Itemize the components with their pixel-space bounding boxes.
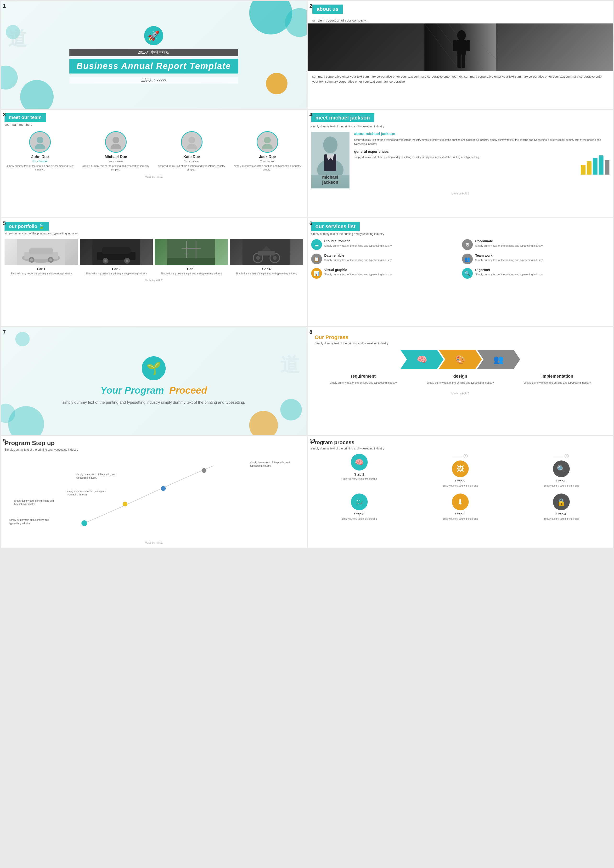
slide2-tag: about us — [312, 5, 343, 14]
slide10-title: Program process — [311, 439, 610, 446]
svg-point-16 — [188, 137, 195, 143]
slide-3: 3 meet our team your team members John D… — [1, 110, 307, 217]
process-step-3: 🔍 Step 3 Simply dummy text of the printi… — [513, 454, 609, 488]
process-step-2: 🖼 Step 2 Simply dummy text of the printi… — [412, 454, 509, 488]
service-info-6: Rigorous Simply dummy text of the printi… — [475, 268, 543, 276]
svg-point-52 — [273, 256, 277, 260]
slide-number-3: 3 — [3, 112, 6, 118]
svg-point-21 — [323, 137, 338, 153]
portfolio-item-name-1: Car 1 — [5, 267, 78, 271]
svg-rect-29 — [29, 248, 53, 254]
service-item-6: 🔍 Rigorous Simply dummy text of the prin… — [462, 268, 609, 279]
slide2-intro: simple introduction of your company... — [308, 17, 613, 23]
service-info-5: Visual graphic Simply dummy text of the … — [324, 268, 392, 276]
slide-number-1: 1 — [3, 3, 6, 9]
deco-circle — [1, 65, 18, 90]
process-step-name-2: Step 2 — [412, 479, 509, 483]
slide3-tag: meet our team — [5, 113, 46, 122]
step4-icon: 🔒 — [553, 494, 570, 510]
process-step-name-3: Step 3 — [513, 479, 609, 483]
slide-number-7: 7 — [3, 329, 6, 335]
chart-bar-3 — [593, 158, 597, 175]
chart-bar-2 — [587, 161, 591, 175]
service-item-1: ☁ Cloud automatic Simply dummy text of t… — [311, 239, 459, 250]
slide5-subtitle: simply dummy text of the printing and ty… — [5, 232, 303, 235]
step-text-3: simply dummy text of the printing and ty… — [76, 473, 119, 480]
portfolio-item-1: Car 1 Simply dummy text of the printing … — [5, 239, 78, 275]
svg-point-6 — [457, 30, 466, 41]
progress-label-desc-3: simply dummy text of the printing and ty… — [509, 381, 606, 385]
step-text-1: simply dummy text of the printing and ty… — [9, 519, 53, 525]
member-name-2: Michael Doe — [81, 155, 152, 159]
service-desc-2: Simply dummy text of the printing and ty… — [475, 244, 543, 248]
slide1-presenter: 主讲人：xxxxx — [70, 77, 238, 84]
step-connector-1 — [412, 454, 509, 458]
svg-point-19 — [262, 144, 273, 149]
deco-circle — [6, 25, 20, 39]
slide5-made-by: Made by H.R.Z — [5, 279, 303, 282]
avatar-svg — [109, 135, 123, 149]
slide3-made-by: Made by H.R.Z — [5, 175, 303, 178]
member-desc-1: simply dummy text of the printing and ty… — [5, 164, 76, 172]
slide-5: 5 our portfolio 🍃 simply dummy text of t… — [1, 218, 307, 326]
search-icon: 🔍 — [462, 268, 473, 279]
arrow-3: 👥 — [477, 350, 520, 369]
service-info-3: Date reliable Simply dummy text of the p… — [324, 253, 392, 262]
svg-point-39 — [104, 259, 107, 262]
slide9-subtitle: Simply dummy text of the printing and ty… — [5, 448, 303, 451]
slide9-title: Program Step up — [5, 439, 303, 447]
svg-point-40 — [126, 259, 128, 262]
slides-grid: 1 道 道 🚀 201X年度报告模板 Business Annual Repor… — [0, 0, 614, 548]
slide4-tag: meet michael jackson — [311, 113, 374, 123]
deco-circle — [249, 411, 278, 435]
step-text-5: simply dummy text of the printing and ty… — [67, 490, 110, 496]
portfolio-img-4 — [230, 239, 303, 265]
team-members: John Doe Co - Funder simply dummy text o… — [5, 131, 303, 172]
svg-point-55 — [81, 520, 87, 526]
slide2-image-bg — [308, 23, 613, 71]
process-grid-1: 🧠 Step 1 Simply dummy text of the printi… — [311, 454, 610, 488]
rocket-icon: 🚀 — [144, 26, 163, 45]
service-desc-6: Simply dummy text of the printing and ty… — [475, 273, 543, 276]
member-name-3: Kate Doe — [156, 155, 227, 159]
slide4-exp-title: general experiences — [354, 149, 610, 154]
service-title-1: Cloud automatic — [324, 239, 392, 243]
svg-point-51 — [256, 256, 260, 260]
member-avatar-2 — [105, 131, 127, 153]
portfolio-img-2 — [80, 239, 153, 265]
member-desc-3: simply dummy text of the printing and ty… — [156, 164, 227, 172]
chart-icon: 📊 — [311, 268, 322, 279]
member-desc-2: simply dummy text of the printing and ty… — [81, 164, 152, 172]
slide4-exp-text: simply dummy text of the printing and ty… — [354, 155, 578, 175]
process-row-2: 🗂 Step 6 Simply dummy text of the printi… — [311, 494, 610, 520]
svg-rect-36 — [102, 247, 130, 254]
connector-line — [554, 456, 563, 457]
car3-svg — [155, 239, 228, 265]
slide1-title: Business Annual Report Template — [70, 59, 238, 73]
service-title-5: Visual graphic — [324, 268, 392, 272]
process-step-name-5: Step 5 — [412, 512, 509, 516]
arrow-1: 🧠 — [400, 350, 443, 369]
slide-8: 8 Our Progress Simply dummy text of the … — [308, 327, 613, 435]
slide-6: 6 our services list simply dummy text of… — [308, 218, 613, 326]
step-node-5: simply dummy text of the printing and ty… — [67, 490, 110, 496]
slide8-inner: Our Progress Simply dummy text of the pr… — [311, 331, 610, 388]
gear-icon: ⚙ — [462, 239, 473, 250]
stepup-diagram: simply dummy text of the printing and ty… — [9, 456, 298, 537]
slide-number-8: 8 — [310, 329, 312, 335]
deco-circle — [280, 399, 302, 421]
service-item-3: 📋 Date reliable Simply dummy text of the… — [311, 253, 459, 264]
portfolio-item-name-4: Car 4 — [230, 267, 303, 271]
slide7-title: Your Program Proceed — [62, 385, 245, 396]
portfolio-item-2: Car 2 Simply dummy text of the printing … — [80, 239, 153, 275]
progress-label-name-3: implementation — [509, 374, 606, 379]
service-title-4: Team work — [475, 253, 543, 258]
process-step-desc-1: Simply dummy text of the printing — [311, 477, 408, 481]
slide-2: 2 about us simple introduction of your c… — [308, 1, 613, 109]
portfolio-item-3: Car 3 Simply dummy text of the printing … — [155, 239, 228, 275]
svg-point-56 — [122, 502, 127, 506]
svg-rect-53 — [258, 251, 275, 256]
step-node-4: simply dummy text of the printing and ty… — [250, 461, 293, 467]
slide-number-10: 10 — [310, 438, 315, 444]
svg-point-59 — [464, 454, 468, 458]
